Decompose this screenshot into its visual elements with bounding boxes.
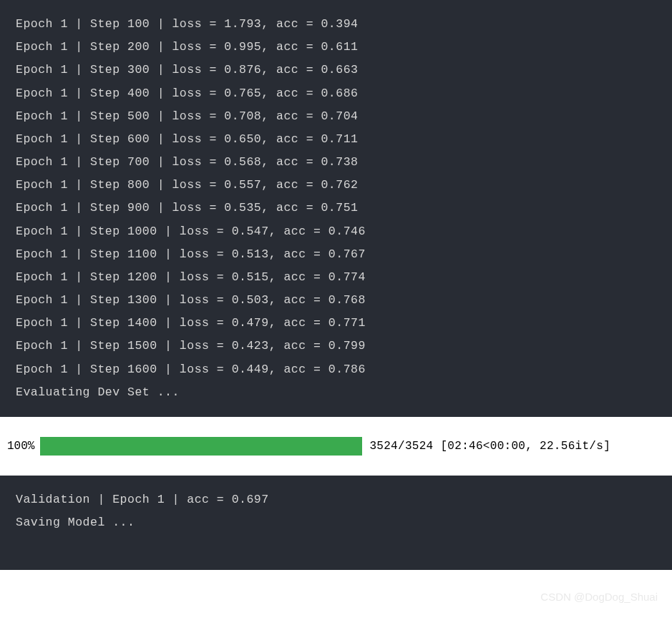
- output-container: Epoch 1 | Step 100 | loss = 1.793, acc =…: [0, 0, 672, 630]
- watermark-text: CSDN @DogDog_Shuai: [540, 591, 658, 603]
- log-line: Epoch 1 | Step 1300 | loss = 0.503, acc …: [16, 289, 656, 312]
- log-line: Epoch 1 | Step 1000 | loss = 0.547, acc …: [16, 220, 656, 243]
- log-line: Epoch 1 | Step 1100 | loss = 0.513, acc …: [16, 243, 656, 266]
- log-line: Epoch 1 | Step 400 | loss = 0.765, acc =…: [16, 82, 656, 105]
- progress-stats: 3524/3524 [02:46<00:00, 22.56it/s]: [369, 440, 610, 453]
- log-line: Epoch 1 | Step 1200 | loss = 0.515, acc …: [16, 266, 656, 289]
- log-line: Saving Model ...: [16, 511, 656, 534]
- log-line: Epoch 1 | Step 700 | loss = 0.568, acc =…: [16, 151, 656, 174]
- log-line: Evaluating Dev Set ...: [16, 381, 656, 404]
- log-line: Epoch 1 | Step 900 | loss = 0.535, acc =…: [16, 197, 656, 220]
- progress-percent: 100%: [7, 440, 34, 453]
- log-line: Epoch 1 | Step 600 | loss = 0.650, acc =…: [16, 128, 656, 151]
- log-line: Epoch 1 | Step 1600 | loss = 0.449, acc …: [16, 358, 656, 381]
- log-line: Epoch 1 | Step 800 | loss = 0.557, acc =…: [16, 174, 656, 197]
- log-line: Epoch 1 | Step 100 | loss = 1.793, acc =…: [16, 13, 656, 36]
- training-log-block: Epoch 1 | Step 100 | loss = 1.793, acc =…: [0, 0, 672, 417]
- log-line: Epoch 1 | Step 500 | loss = 0.708, acc =…: [16, 105, 656, 128]
- progress-bar-section: 100% 3524/3524 [02:46<00:00, 22.56it/s]: [0, 417, 672, 476]
- log-line: Validation | Epoch 1 | acc = 0.697: [16, 488, 656, 511]
- log-line: Epoch 1 | Step 300 | loss = 0.876, acc =…: [16, 59, 656, 82]
- log-line: Epoch 1 | Step 1400 | loss = 0.479, acc …: [16, 312, 656, 335]
- progress-bar-fill: [40, 437, 362, 456]
- log-line: Epoch 1 | Step 1500 | loss = 0.423, acc …: [16, 335, 656, 358]
- validation-log-block: Validation | Epoch 1 | acc = 0.697 Savin…: [0, 476, 672, 570]
- log-line: Epoch 1 | Step 200 | loss = 0.995, acc =…: [16, 36, 656, 59]
